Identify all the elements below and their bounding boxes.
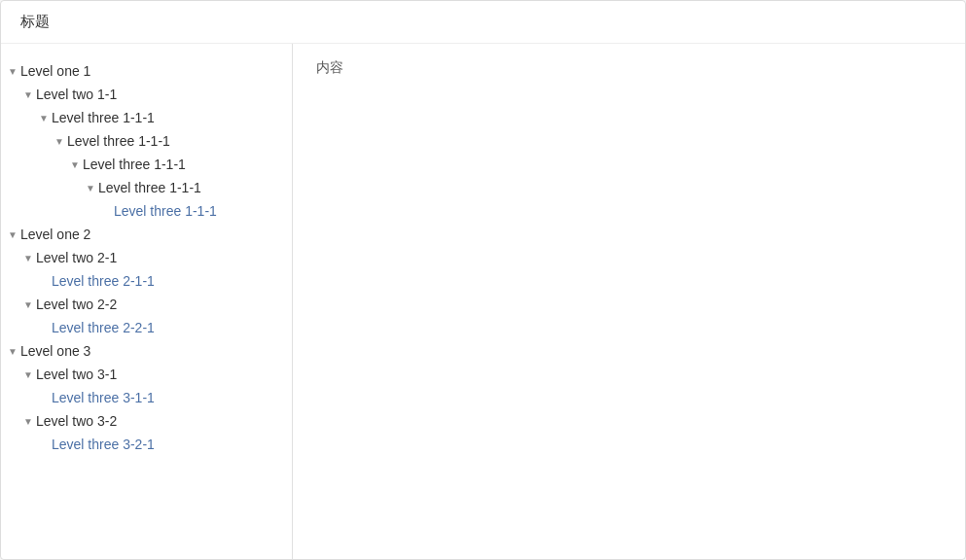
app-title: 标题 bbox=[20, 13, 50, 29]
tree-item-three2-2-1[interactable]: Level three 2-2-1 bbox=[1, 316, 292, 339]
content-area: 内容 bbox=[293, 44, 965, 559]
tree-item-two1-1[interactable]: Level two 1-1 bbox=[1, 83, 292, 106]
content-text: 内容 bbox=[316, 59, 343, 75]
tree-arrow-three1-1-1c bbox=[67, 157, 83, 172]
tree-arrow-two3-1 bbox=[20, 367, 36, 382]
tree-item-three1-1-1c[interactable]: Level three 1-1-1 bbox=[1, 153, 292, 176]
tree-label-three1-1-1c: Level three 1-1-1 bbox=[83, 157, 186, 172]
tree-item-three1-1-1e[interactable]: Level three 1-1-1 bbox=[1, 199, 292, 223]
tree-item-two2-1[interactable]: Level two 2-1 bbox=[1, 246, 292, 269]
tree-label-three2-2-1: Level three 2-2-1 bbox=[52, 320, 155, 335]
tree-arrow-three1-1-1b bbox=[52, 133, 67, 149]
tree-item-two3-2[interactable]: Level two 3-2 bbox=[1, 409, 292, 433]
tree-arrow-two2-2 bbox=[20, 297, 36, 312]
tree-arrow-two2-1 bbox=[20, 250, 36, 265]
tree-label-three1-1-1d: Level three 1-1-1 bbox=[98, 180, 201, 195]
tree-label-two3-2: Level two 3-2 bbox=[36, 413, 117, 429]
tree-item-three1-1-1a[interactable]: Level three 1-1-1 bbox=[1, 106, 292, 129]
tree-label-three3-1-1: Level three 3-1-1 bbox=[52, 390, 155, 405]
tree-label-two3-1: Level two 3-1 bbox=[36, 367, 117, 382]
tree-item-three1-1-1d[interactable]: Level three 1-1-1 bbox=[1, 176, 292, 199]
tree-arrow-one2 bbox=[5, 227, 20, 242]
tree-label-three1-1-1b: Level three 1-1-1 bbox=[67, 133, 170, 149]
tree-item-three2-1-1[interactable]: Level three 2-1-1 bbox=[1, 269, 292, 293]
tree-item-one1[interactable]: Level one 1 bbox=[1, 59, 292, 83]
tree-label-one1: Level one 1 bbox=[20, 63, 90, 79]
app-body: Level one 1Level two 1-1Level three 1-1-… bbox=[1, 44, 965, 559]
tree-arrow-two3-2 bbox=[20, 413, 36, 429]
tree-item-three3-2-1[interactable]: Level three 3-2-1 bbox=[1, 433, 292, 456]
tree-label-one3: Level one 3 bbox=[20, 343, 90, 359]
app-container: 标题 Level one 1Level two 1-1Level three 1… bbox=[0, 0, 966, 560]
tree-label-one2: Level one 2 bbox=[20, 227, 90, 242]
tree-item-one3[interactable]: Level one 3 bbox=[1, 339, 292, 363]
tree-label-three1-1-1a: Level three 1-1-1 bbox=[52, 110, 155, 125]
tree-arrow-three1-1-1d bbox=[83, 180, 98, 195]
tree-item-two3-1[interactable]: Level two 3-1 bbox=[1, 363, 292, 386]
tree-label-three2-1-1: Level three 2-1-1 bbox=[52, 273, 155, 289]
app-header: 标题 bbox=[1, 1, 965, 44]
tree-label-two2-1: Level two 2-1 bbox=[36, 250, 117, 265]
tree-item-one2[interactable]: Level one 2 bbox=[1, 223, 292, 246]
tree-label-two1-1: Level two 1-1 bbox=[36, 87, 117, 102]
tree-arrow-one1 bbox=[5, 63, 20, 79]
tree-item-two2-2[interactable]: Level two 2-2 bbox=[1, 293, 292, 316]
tree-label-two2-2: Level two 2-2 bbox=[36, 297, 117, 312]
tree-label-three1-1-1e: Level three 1-1-1 bbox=[114, 203, 217, 219]
tree-label-three3-2-1: Level three 3-2-1 bbox=[52, 437, 155, 452]
tree-arrow-two1-1 bbox=[20, 87, 36, 102]
tree-arrow-three1-1-1a bbox=[36, 110, 52, 125]
tree-item-three3-1-1[interactable]: Level three 3-1-1 bbox=[1, 386, 292, 409]
sidebar: Level one 1Level two 1-1Level three 1-1-… bbox=[1, 44, 293, 559]
tree-item-three1-1-1b[interactable]: Level three 1-1-1 bbox=[1, 129, 292, 153]
tree-arrow-one3 bbox=[5, 343, 20, 359]
